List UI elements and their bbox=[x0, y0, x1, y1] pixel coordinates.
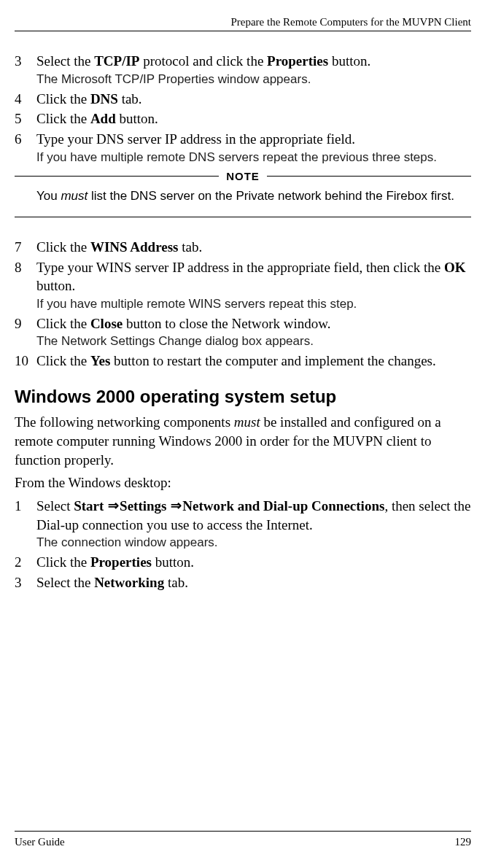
text: button. bbox=[152, 554, 194, 570]
text: Click the bbox=[36, 91, 90, 106]
bold: Add bbox=[90, 111, 116, 126]
step-9: 9 Click the Close button to close the Ne… bbox=[15, 314, 471, 351]
text: Select the bbox=[36, 575, 94, 590]
step-caption: The Microsoft TCP/IP Properties window a… bbox=[36, 71, 471, 88]
italic: must bbox=[61, 189, 88, 203]
step-3: 3 Select the TCP/IP protocol and click t… bbox=[15, 52, 471, 88]
text: Type your WINS server IP address in the … bbox=[36, 260, 444, 275]
step-number: 9 bbox=[15, 314, 36, 333]
bold: OK bbox=[444, 260, 466, 275]
text: button to close the Network window. bbox=[123, 316, 330, 331]
note-divider: NOTE bbox=[15, 169, 471, 184]
step-c-1: 1 Select Start ⇒Settings ⇒Network and Di… bbox=[15, 497, 471, 551]
text: tab. bbox=[164, 575, 188, 590]
step-caption: If you have multiple remote DNS servers … bbox=[36, 150, 471, 166]
step-number: 1 bbox=[15, 497, 36, 516]
ordered-steps-c: 1 Select Start ⇒Settings ⇒Network and Di… bbox=[15, 497, 471, 592]
step-number: 6 bbox=[15, 130, 36, 149]
rule-line bbox=[15, 176, 219, 177]
text: button to restart the computer and imple… bbox=[110, 353, 435, 368]
step-number: 5 bbox=[15, 109, 36, 128]
text: Select the bbox=[36, 53, 94, 69]
note-body: You must list the DNS server on the Priv… bbox=[15, 184, 471, 211]
text: Type your DNS server IP address in the a… bbox=[36, 131, 355, 147]
step-number: 3 bbox=[15, 573, 36, 592]
bold: Yes bbox=[90, 353, 110, 368]
step-8: 8 Type your WINS server IP address in th… bbox=[15, 258, 471, 313]
bold: Close bbox=[90, 316, 123, 331]
bold: Properties bbox=[90, 554, 152, 570]
step-caption: The connection window appears. bbox=[36, 535, 471, 551]
footer: User Guide 129 bbox=[15, 831, 471, 849]
bold: WINS Address bbox=[90, 239, 179, 255]
note-label: NOTE bbox=[219, 169, 267, 184]
text: protocol and click the bbox=[139, 53, 267, 69]
step-number: 10 bbox=[15, 352, 36, 371]
step-number: 7 bbox=[15, 238, 36, 257]
step-caption: If you have multiple remote WINS servers… bbox=[36, 296, 471, 313]
text: Click the bbox=[36, 316, 90, 331]
bold: DNS bbox=[90, 91, 118, 106]
step-10: 10 Click the Yes button to restart the c… bbox=[15, 352, 471, 371]
italic: must bbox=[234, 414, 260, 430]
bold: Start bbox=[74, 498, 104, 514]
text: tab. bbox=[118, 91, 142, 106]
step-c-3: 3 Select the Networking tab. bbox=[15, 573, 471, 592]
body-paragraph: From the Windows desktop: bbox=[15, 473, 471, 492]
step-number: 4 bbox=[15, 90, 36, 109]
text: list the DNS server on the Private netwo… bbox=[88, 189, 454, 203]
ordered-steps-a: 3 Select the TCP/IP protocol and click t… bbox=[15, 52, 471, 166]
step-caption: The Network Settings Change dialog box a… bbox=[36, 333, 471, 350]
footer-page-number: 129 bbox=[455, 834, 472, 849]
text: Click the bbox=[36, 239, 90, 255]
text: button. bbox=[36, 278, 75, 293]
step-c-2: 2 Click the Properties button. bbox=[15, 553, 471, 572]
text: Click the bbox=[36, 554, 90, 570]
text: tab. bbox=[178, 239, 202, 255]
bold: Network and Dial-up Connections bbox=[182, 498, 384, 514]
text: Click the bbox=[36, 353, 90, 368]
bold: Networking bbox=[94, 575, 164, 590]
step-7: 7 Click the WINS Address tab. bbox=[15, 238, 471, 257]
step-number: 3 bbox=[15, 52, 36, 71]
text: Click the bbox=[36, 111, 90, 126]
bold: Settings bbox=[120, 498, 166, 514]
text: Select bbox=[36, 498, 74, 514]
text: You bbox=[36, 189, 61, 203]
step-4: 4 Click the DNS tab. bbox=[15, 90, 471, 109]
running-header: Prepare the Remote Computers for the MUV… bbox=[15, 15, 471, 31]
section-heading: Windows 2000 operating system setup bbox=[15, 385, 471, 408]
arrow-icon: ⇒ bbox=[107, 498, 120, 513]
text: button. bbox=[116, 111, 158, 126]
bold: Properties bbox=[267, 53, 328, 69]
rule-line bbox=[267, 176, 471, 177]
step-5: 5 Click the Add button. bbox=[15, 109, 471, 128]
ordered-steps-b: 7 Click the WINS Address tab. 8 Type you… bbox=[15, 238, 471, 371]
footer-left: User Guide bbox=[15, 834, 65, 849]
body-paragraph: The following networking components must… bbox=[15, 413, 471, 469]
arrow-icon: ⇒ bbox=[170, 498, 182, 513]
text: button. bbox=[328, 53, 370, 69]
step-number: 2 bbox=[15, 553, 36, 572]
text: The following networking components bbox=[15, 414, 234, 430]
bold: TCP/IP bbox=[94, 53, 139, 69]
step-6: 6 Type your DNS server IP address in the… bbox=[15, 130, 471, 166]
step-number: 8 bbox=[15, 258, 36, 277]
note-end-rule bbox=[15, 217, 471, 217]
